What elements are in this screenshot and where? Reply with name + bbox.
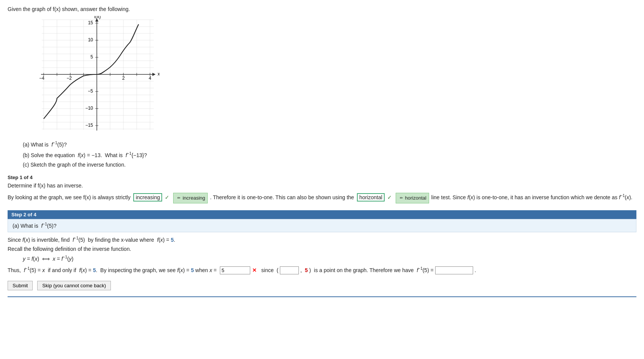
parts-container: (a) What is f−1(5)? (b) Solve the equati…: [23, 141, 636, 168]
step2-content: Since f(x) is invertible, find f−1(5) by…: [8, 236, 636, 290]
step1-before-text: By looking at the graph, we see f(x) is …: [8, 194, 131, 200]
step1-check2: ✓: [387, 194, 392, 200]
step1-desc: Determine if f(x) has an inverse.: [8, 183, 636, 189]
input-x-coord[interactable]: [280, 266, 299, 274]
step2-line2: Recall the following definition of the i…: [8, 246, 636, 252]
pencil-icon1: ✏: [176, 195, 182, 201]
step2-header: Step 2 of 4: [8, 210, 636, 219]
step1-label: Step 1 of 4: [8, 175, 636, 180]
graph-container: −4 −2 2 4 15 10 5 −5 −10 −15 x f(x): [38, 16, 636, 135]
x-wrong-mark: ✕: [252, 267, 257, 273]
y-tick-10: 10: [88, 37, 93, 43]
step1-sentence: By looking at the graph, we see f(x) is …: [8, 192, 636, 203]
y-tick-neg5: −5: [88, 88, 93, 94]
function-graph: −4 −2 2 4 15 10 5 −5 −10 −15 x f(x): [38, 16, 159, 134]
step1-check1: ✓: [165, 194, 169, 200]
step2-line3: Thus, f−1(5) = x if and only if f(x) = 5…: [8, 265, 636, 276]
x-tick-4: 4: [149, 76, 152, 81]
step1-container: Step 1 of 4 Determine if f(x) has an inv…: [8, 175, 636, 203]
pencil-icon2: ✏: [398, 195, 404, 201]
y-tick-neg10: −10: [85, 105, 93, 111]
bottom-border: [8, 296, 636, 297]
y-tick-neg15: −15: [85, 123, 93, 128]
input-finv-result[interactable]: [435, 266, 473, 274]
step1-end-text: line test. Since f(x) is one-to-one, it …: [431, 194, 633, 200]
part-a-label: (a) What is f−1(5)?: [23, 141, 636, 148]
step1-answer2-tag: ✏horizontal: [396, 193, 429, 203]
step2-question-text: (a) What is f−1(5)?: [13, 223, 57, 229]
step2-question-box: (a) What is f−1(5)?: [8, 219, 636, 233]
y-axis-label: f(x): [94, 16, 101, 19]
step1-answer1-tag: ✏increasing: [173, 193, 208, 203]
submit-button[interactable]: Submit: [8, 281, 33, 290]
svg-marker-28: [153, 73, 155, 76]
part-c-label: (c) Sketch the graph of the inverse func…: [23, 162, 636, 168]
step2-container: Step 2 of 4 (a) What is f−1(5)? Since f(…: [8, 210, 636, 290]
step1-answer1-boxed: increasing: [133, 193, 162, 202]
skip-button[interactable]: Skip (you cannot come back): [37, 281, 111, 290]
input-x-value[interactable]: [220, 266, 250, 274]
x-tick-neg2: −2: [66, 76, 72, 81]
x-axis-label: x: [158, 71, 159, 77]
step1-answer2-boxed: horizontal: [357, 193, 385, 202]
x-tick-neg4: −4: [39, 76, 44, 81]
step2-buttons: Submit Skip (you cannot come back): [8, 281, 636, 290]
step1-middle-text: . Therefore it is one-to-one. This can a…: [210, 194, 354, 200]
y-tick-15: 15: [88, 20, 93, 25]
x-tick-2: 2: [122, 76, 125, 81]
step2-equation: y = f(x) ⟺ x = f−1(y): [23, 255, 636, 262]
part-b-label: (b) Solve the equation f(x) = −13. What …: [23, 151, 636, 158]
y-tick-5: 5: [90, 54, 93, 60]
step2-line1: Since f(x) is invertible, find f−1(5) by…: [8, 236, 636, 243]
intro-text: Given the graph of f(x) shown, answer th…: [8, 6, 636, 12]
